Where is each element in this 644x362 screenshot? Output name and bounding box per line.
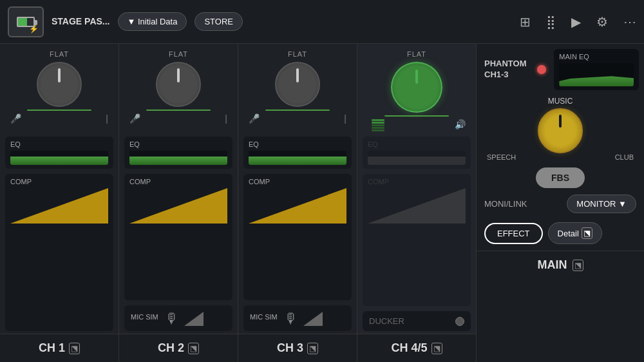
micsim-triangle-ch3	[303, 312, 323, 326]
eq-bar-ch3	[249, 151, 346, 165]
more-icon[interactable]: ⋯	[623, 14, 636, 30]
micsim-label-ch3: MIC SIM	[250, 313, 278, 321]
ext-icon-ch3[interactable]: ⬔	[307, 343, 318, 354]
main-eq-label: MAIN EQ	[559, 53, 634, 61]
comp-section-ch3[interactable]: COMP	[243, 174, 352, 300]
knob-ch3[interactable]	[275, 62, 320, 107]
comp-triangle-ch1	[10, 188, 108, 224]
knob-ch2[interactable]	[156, 62, 201, 107]
bar-2	[372, 122, 384, 124]
micsim-triangle-ch2	[184, 312, 204, 326]
phantom-indicator[interactable]	[537, 65, 546, 74]
eq-section-ch1[interactable]: EQ	[5, 137, 113, 169]
svg-marker-5	[368, 188, 466, 224]
comp-section-ch2[interactable]: COMP	[124, 174, 232, 300]
detail-button[interactable]: Detail ⬔	[548, 222, 602, 244]
detail-label: Detail	[558, 229, 579, 238]
eq-bar-fill-ch3	[249, 157, 346, 165]
detail-ext-icon: ⬔	[582, 227, 592, 239]
ext-icon-ch45[interactable]: ⬔	[431, 343, 442, 354]
flat-label-ch1: FLAT	[50, 50, 69, 58]
channel-icons-ch2: 🎤 |	[124, 113, 232, 124]
svg-marker-1	[129, 188, 227, 224]
bar-4	[372, 127, 384, 129]
store-button[interactable]: STORE	[194, 12, 243, 31]
channel-footer-ch1: CH 1 ⬔	[0, 334, 118, 362]
line-icon-ch2: |	[225, 113, 227, 124]
music-knob-dot	[559, 115, 562, 128]
svg-marker-4	[303, 312, 323, 326]
comp-triangle-ch2	[129, 188, 227, 224]
channel-col-ch1: FLAT 🎤 | EQ COMP CH 1	[0, 44, 119, 362]
knob-section-ch1: FLAT 🎤 |	[0, 44, 118, 134]
channel-footer-ch45: CH 4/5 ⬔	[357, 334, 476, 362]
main-label: MAIN	[538, 258, 567, 272]
knob-dot-ch1	[58, 68, 61, 82]
phantom-ch-label: CH1-3	[484, 70, 526, 81]
micsim-section-ch2[interactable]: MIC SIM 🎙	[124, 305, 232, 331]
eq-label-ch3: EQ	[249, 140, 346, 148]
comp-label-ch2: COMP	[129, 178, 227, 186]
comp-section-ch1[interactable]: COMP	[5, 174, 113, 331]
svg-marker-3	[249, 188, 346, 224]
main-panel: PHANTOM CH1-3 MAIN EQ MUSIC SPEECH CLUB	[477, 44, 644, 362]
main-area: FLAT 🎤 | EQ COMP CH 1	[0, 44, 644, 362]
knob-dot-ch2	[177, 68, 180, 82]
micsim-mic-icon-ch2: 🎙	[165, 310, 179, 327]
micsim-mic-icon-ch3: 🎙	[284, 310, 298, 327]
ducker-section-ch45[interactable]: DUCKER	[363, 311, 471, 331]
ext-icon-ch2[interactable]: ⬔	[188, 343, 199, 354]
mic-icon-ch3: 🎤	[249, 113, 260, 124]
comp-label-ch1: COMP	[10, 178, 108, 186]
knob-ch1[interactable]	[37, 62, 82, 107]
eq-section-ch3[interactable]: EQ	[243, 137, 352, 169]
main-footer: MAIN ⬔	[477, 251, 644, 279]
knob-dot-ch3	[296, 68, 299, 82]
knob-underline-ch2	[146, 110, 211, 111]
initial-data-button[interactable]: ▼ Initial Data	[118, 12, 187, 31]
ducker-label: DUCKER	[369, 316, 404, 326]
eq-section-ch2[interactable]: EQ	[124, 137, 232, 169]
monitor-button[interactable]: MONITOR ▼	[567, 195, 636, 213]
bar-3	[372, 124, 384, 126]
knob-section-ch2: FLAT 🎤 |	[119, 44, 238, 134]
micsim-section-ch3[interactable]: MIC SIM 🎙	[243, 305, 352, 331]
ducker-toggle[interactable]	[455, 317, 464, 326]
channel-icons-ch3: 🎤 |	[243, 113, 352, 124]
phantom-maineq-row: PHANTOM CH1-3 MAIN EQ	[482, 49, 639, 90]
comp-triangle-ch45	[368, 188, 466, 224]
mixer-icon[interactable]: ⊞	[520, 14, 531, 30]
music-knob[interactable]	[538, 108, 583, 153]
level-bars-ch45	[368, 119, 388, 131]
speaker-icon-ch45: 🔊	[455, 119, 466, 131]
knob-ch45[interactable]	[391, 62, 442, 113]
phantom-section: PHANTOM CH1-3	[482, 55, 549, 84]
eq-bar-ch1	[10, 151, 108, 165]
eq-bar-ch2	[129, 151, 227, 165]
main-ext-icon[interactable]: ⬔	[573, 260, 583, 271]
eq-section-ch45[interactable]: EQ	[363, 137, 471, 169]
comp-section-ch45[interactable]: COMP	[363, 174, 471, 306]
main-eq-display	[559, 63, 634, 86]
main-eq-section[interactable]: MAIN EQ	[554, 49, 639, 90]
ext-icon-ch1[interactable]: ⬔	[69, 343, 80, 354]
speech-club-row: SPEECH CLUB	[482, 153, 639, 161]
monilink-label: MONI/LINK	[484, 199, 527, 209]
knob-underline-ch1	[27, 110, 92, 111]
effect-button[interactable]: EFFECT	[484, 223, 543, 244]
top-icons: ⊞ ⣿ ▶ ⚙ ⋯	[520, 14, 636, 30]
ch-name-ch2: CH 2	[158, 341, 184, 355]
eq-bar-fill-ch45	[368, 157, 466, 165]
play-icon[interactable]: ▶	[571, 14, 581, 30]
flat-label-ch3: FLAT	[288, 50, 307, 58]
fbs-button[interactable]: FBS	[536, 167, 585, 188]
settings-icon[interactable]: ⚙	[596, 14, 608, 30]
mic-icon-ch1: 🎤	[10, 113, 21, 124]
flat-label-ch45: FLAT	[407, 50, 426, 58]
speech-label: SPEECH	[487, 153, 516, 161]
effect-row: EFFECT Detail ⬔	[482, 220, 639, 247]
spectrum-icon[interactable]: ⣿	[546, 14, 556, 30]
comp-triangle-ch3	[249, 188, 346, 224]
ch-name-ch45: CH 4/5	[391, 341, 427, 355]
eq-bar-ch45	[368, 151, 466, 165]
